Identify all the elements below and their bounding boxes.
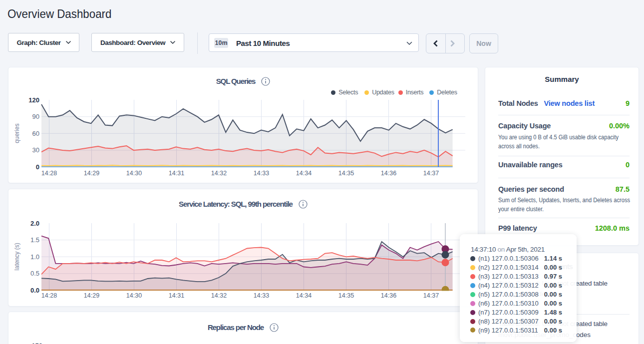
svg-text:14:33: 14:33 xyxy=(254,292,269,299)
svg-text:14:34: 14:34 xyxy=(296,292,312,299)
svg-text:14:37: 14:37 xyxy=(423,170,439,177)
svg-text:0.5: 0.5 xyxy=(30,270,39,277)
svg-text:latency (s): latency (s) xyxy=(13,243,20,270)
svg-text:1.5: 1.5 xyxy=(30,236,39,244)
svg-text:90: 90 xyxy=(32,113,39,120)
svg-text:14:31: 14:31 xyxy=(169,292,184,299)
svg-text:14:36: 14:36 xyxy=(381,292,396,299)
svg-text:120: 120 xyxy=(28,96,39,104)
svg-text:14:28: 14:28 xyxy=(41,292,57,299)
svg-text:14:35: 14:35 xyxy=(338,292,354,299)
svg-text:60: 60 xyxy=(32,130,39,137)
svg-text:14:30: 14:30 xyxy=(126,170,142,177)
svg-text:2.0: 2.0 xyxy=(30,220,39,227)
svg-text:14:32: 14:32 xyxy=(211,292,227,299)
svg-text:0.0: 0.0 xyxy=(30,287,39,294)
svg-text:30: 30 xyxy=(32,146,39,154)
svg-text:14:35: 14:35 xyxy=(338,170,354,177)
svg-text:14:29: 14:29 xyxy=(84,292,99,299)
svg-text:14:31: 14:31 xyxy=(169,170,184,177)
svg-text:queries: queries xyxy=(13,123,20,143)
svg-text:14:30: 14:30 xyxy=(126,292,142,299)
svg-text:14:29: 14:29 xyxy=(84,170,99,177)
svg-text:14:34: 14:34 xyxy=(296,170,312,177)
svg-text:14:28: 14:28 xyxy=(41,170,57,177)
svg-text:14:33: 14:33 xyxy=(254,170,269,177)
svg-text:1.0: 1.0 xyxy=(30,253,39,261)
svg-text:14:36: 14:36 xyxy=(381,170,396,177)
svg-text:14:37: 14:37 xyxy=(423,292,439,299)
svg-text:14:32: 14:32 xyxy=(211,170,227,177)
svg-text:0: 0 xyxy=(36,163,39,171)
